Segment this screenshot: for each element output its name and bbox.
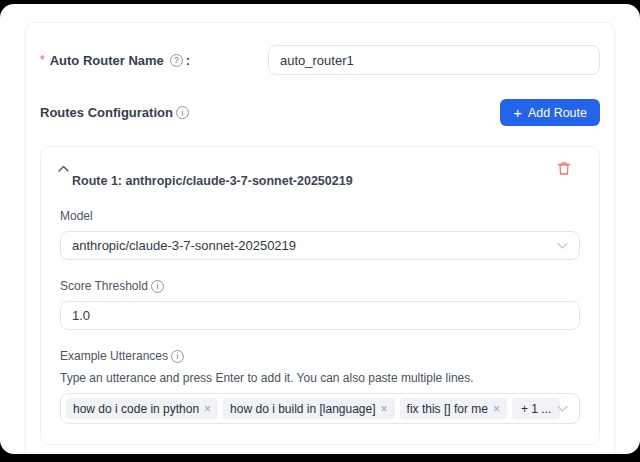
name-row: * Auto Router Name ? :	[40, 45, 600, 75]
required-marker: *	[40, 53, 45, 67]
auto-router-name-input[interactable]	[268, 45, 600, 75]
example-utterances-field: Example Utterances i Type an utterance a…	[60, 346, 580, 424]
example-utterances-label-text: Example Utterances	[60, 349, 168, 363]
chevron-down-icon	[557, 242, 568, 249]
remove-tag-icon[interactable]: ×	[381, 403, 388, 415]
utterance-tag-label: how do i code in python	[73, 402, 199, 416]
route-1-title: Route 1: anthropic/claude-3-7-sonnet-202…	[72, 174, 583, 188]
score-threshold-input[interactable]	[60, 301, 580, 330]
utterance-tag: how do i build in [language] ×	[223, 398, 394, 419]
utterance-tag-label: how do i build in [language]	[230, 402, 375, 416]
overflow-tag[interactable]: + 1 ...	[512, 398, 560, 419]
collapse-chevron-icon[interactable]	[58, 165, 69, 172]
utterance-tag: fix this [] for me ×	[400, 398, 507, 419]
example-utterances-label: Example Utterances i	[60, 349, 184, 363]
model-select-value: anthropic/claude-3-7-sonnet-20250219	[72, 238, 296, 253]
score-threshold-label: Score Threshold i	[60, 279, 164, 293]
utterance-tag-label: fix this [] for me	[407, 402, 488, 416]
remove-tag-icon[interactable]: ×	[204, 403, 211, 415]
routes-configuration-label: Routes Configuration i	[40, 105, 189, 120]
app-window: * Auto Router Name ? : Routes Configurat…	[0, 4, 640, 454]
utterances-tags-select[interactable]: how do i code in python × how do i build…	[60, 393, 580, 424]
add-route-button-label: Add Route	[528, 106, 587, 120]
score-threshold-label-text: Score Threshold	[60, 279, 148, 293]
plus-icon: +	[513, 105, 522, 120]
score-threshold-field: Score Threshold i	[60, 276, 580, 330]
routes-config-row: Routes Configuration i + Add Route	[40, 99, 600, 126]
route-1-body: Model anthropic/claude-3-7-sonnet-202502…	[41, 192, 599, 444]
utterances-helper-text: Type an utterance and press Enter to add…	[60, 371, 580, 385]
auto-router-name-label: * Auto Router Name ? :	[40, 53, 190, 68]
question-circle-icon[interactable]: ?	[170, 54, 183, 67]
auto-router-form-card: * Auto Router Name ? : Routes Configurat…	[25, 22, 615, 454]
info-circle-icon[interactable]: i	[171, 350, 184, 363]
trash-icon	[557, 161, 571, 176]
model-label: Model	[60, 209, 93, 223]
route-1-card: Route 1: anthropic/claude-3-7-sonnet-202…	[40, 146, 600, 445]
route-1-header[interactable]: Route 1: anthropic/claude-3-7-sonnet-202…	[41, 147, 599, 192]
auto-router-name-label-text: Auto Router Name	[50, 53, 164, 68]
info-circle-icon[interactable]: i	[176, 106, 189, 119]
label-colon: :	[186, 53, 190, 68]
remove-tag-icon[interactable]: ×	[493, 403, 500, 415]
model-field: Model anthropic/claude-3-7-sonnet-202502…	[60, 206, 580, 260]
utterance-tag: how do i code in python ×	[66, 398, 218, 419]
chevron-down-icon	[557, 405, 568, 412]
routes-configuration-label-text: Routes Configuration	[40, 105, 173, 120]
info-circle-icon[interactable]: i	[151, 280, 164, 293]
model-select[interactable]: anthropic/claude-3-7-sonnet-20250219	[60, 231, 580, 260]
add-route-button[interactable]: + Add Route	[500, 99, 600, 126]
delete-route-1-button[interactable]	[555, 159, 573, 178]
